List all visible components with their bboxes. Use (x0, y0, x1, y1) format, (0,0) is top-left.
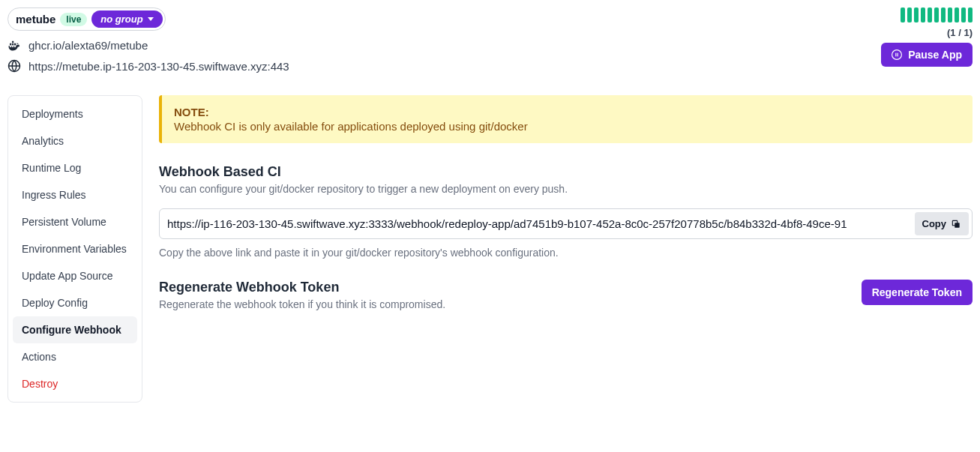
group-selector[interactable]: no group (91, 10, 162, 28)
webhook-title: Webhook Based CI (159, 164, 973, 180)
sidebar-item-deploy-config[interactable]: Deploy Config (13, 289, 137, 316)
app-pill: metube live no group (7, 7, 166, 31)
sidebar-item-actions[interactable]: Actions (13, 343, 137, 370)
webhook-hint: Copy the above link and paste it in your… (159, 247, 973, 259)
note-box: NOTE: Webhook CI is only available for a… (159, 95, 973, 143)
replica-bar (921, 7, 925, 22)
svg-rect-3 (898, 53, 898, 57)
group-label: no group (100, 13, 142, 25)
pause-icon (892, 49, 902, 60)
main-panel: NOTE: Webhook CI is only available for a… (159, 95, 973, 403)
copy-button[interactable]: Copy (915, 212, 970, 235)
replica-bar (934, 7, 939, 22)
app-url[interactable]: https://metube.ip-116-203-130-45.swiftwa… (28, 60, 289, 73)
sidebar-item-configure-webhook[interactable]: Configure Webhook (13, 316, 137, 343)
app-header: metube live no group ghcr.io/alexta69/me… (7, 7, 973, 73)
sidebar: Deployments Analytics Runtime Log Ingres… (7, 95, 142, 403)
replica-bar (901, 7, 905, 22)
sidebar-item-deployments[interactable]: Deployments (13, 100, 137, 127)
replica-bar (907, 7, 912, 22)
sidebar-item-ingress-rules[interactable]: Ingress Rules (13, 181, 137, 208)
replica-bar (968, 7, 973, 22)
regen-text: Regenerate Webhook Token Regenerate the … (159, 280, 445, 310)
chevron-down-icon (148, 17, 154, 21)
image-text: ghcr.io/alexta69/metube (28, 39, 148, 52)
sidebar-item-runtime-log[interactable]: Runtime Log (13, 154, 137, 181)
image-line: ghcr.io/alexta69/metube (7, 38, 289, 52)
replica-indicator (901, 7, 973, 22)
sidebar-item-env-vars[interactable]: Environment Variables (13, 235, 137, 262)
replica-bar (948, 7, 952, 22)
replica-bar (955, 7, 959, 22)
regen-row: Regenerate Webhook Token Regenerate the … (159, 280, 973, 310)
replica-bar (914, 7, 919, 22)
copy-label: Copy (922, 218, 947, 229)
url-line: https://metube.ip-116-203-130-45.swiftwa… (7, 59, 289, 73)
status-badge-live: live (60, 13, 87, 26)
webhook-url[interactable]: https://ip-116-203-130-45.swiftwave.xyz:… (167, 217, 909, 230)
header-left: metube live no group ghcr.io/alexta69/me… (7, 7, 289, 73)
header-right: (1 / 1) Pause App (881, 7, 973, 67)
svg-point-1 (892, 50, 902, 60)
regen-title: Regenerate Webhook Token (159, 280, 445, 295)
regenerate-token-button[interactable]: Regenerate Token (862, 280, 973, 305)
replica-bar (928, 7, 932, 22)
sidebar-item-persistent-volume[interactable]: Persistent Volume (13, 208, 137, 235)
pause-label: Pause App (908, 49, 962, 61)
pause-app-button[interactable]: Pause App (881, 43, 973, 67)
copy-icon (951, 219, 961, 229)
sidebar-item-analytics[interactable]: Analytics (13, 127, 137, 154)
note-title: NOTE: (174, 106, 961, 118)
webhook-sub: You can configure your git/docker reposi… (159, 183, 973, 195)
docker-icon (7, 38, 21, 52)
replica-count: (1 / 1) (947, 27, 973, 38)
app-name: metube (16, 13, 55, 25)
note-body: Webhook CI is only available for applica… (174, 120, 961, 133)
sidebar-item-destroy[interactable]: Destroy (13, 370, 137, 397)
webhook-url-box: https://ip-116-203-130-45.swiftwave.xyz:… (159, 208, 973, 239)
replica-bar (961, 7, 966, 22)
sidebar-item-update-source[interactable]: Update App Source (13, 262, 137, 289)
replica-bar (941, 7, 946, 22)
globe-icon (7, 59, 21, 73)
content: Deployments Analytics Runtime Log Ingres… (7, 95, 973, 403)
svg-rect-2 (895, 53, 896, 57)
regen-sub: Regenerate the webhook token if you thin… (159, 298, 445, 310)
